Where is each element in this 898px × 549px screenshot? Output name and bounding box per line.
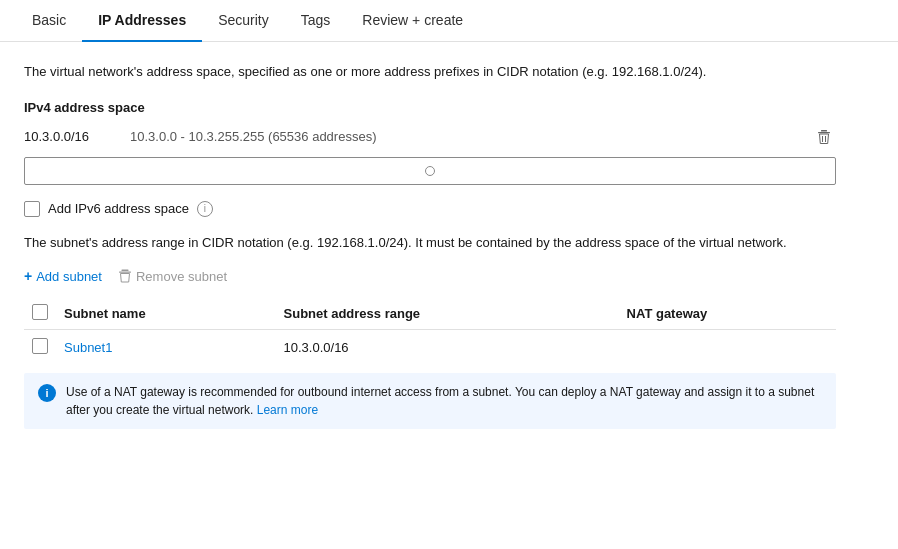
tab-basic[interactable]: Basic [16, 0, 82, 42]
tab-review-create[interactable]: Review + create [346, 0, 479, 42]
subnet-description: The subnet's address range in CIDR notat… [24, 233, 836, 253]
address-slider[interactable] [24, 157, 836, 185]
ipv4-section-title: IPv4 address space [24, 100, 836, 115]
col-subnet-name: Subnet name [56, 298, 276, 330]
address-value: 10.3.0.0/16 [24, 129, 114, 144]
delete-address-button[interactable] [812, 125, 836, 149]
table-header-checkbox[interactable] [32, 304, 48, 320]
ipv6-checkbox-row: Add IPv6 address space i [24, 201, 836, 217]
col-checkbox [24, 298, 56, 330]
info-text: Use of a NAT gateway is recommended for … [66, 385, 814, 417]
address-slider-container [24, 157, 836, 185]
tab-security[interactable]: Security [202, 0, 285, 42]
subnet-nat-gateway-cell [619, 330, 836, 366]
tab-tags[interactable]: Tags [285, 0, 347, 42]
row-checkbox-cell [24, 330, 56, 366]
col-nat-gateway: NAT gateway [619, 298, 836, 330]
add-subnet-button[interactable]: + Add subnet [24, 268, 102, 284]
address-row: 10.3.0.0/16 10.3.0.0 - 10.3.255.255 (655… [24, 125, 836, 149]
main-content: The virtual network's address space, spe… [0, 42, 860, 449]
tab-bar: Basic IP Addresses Security Tags Review … [0, 0, 898, 42]
learn-more-link[interactable]: Learn more [257, 403, 318, 417]
subnet-actions: + Add subnet Remove subnet [24, 268, 836, 284]
svg-rect-1 [818, 132, 830, 133]
table-header-row: Subnet name Subnet address range NAT gat… [24, 298, 836, 330]
tab-ip-addresses[interactable]: IP Addresses [82, 0, 202, 42]
subnet-name-cell[interactable]: Subnet1 [56, 330, 276, 366]
table-row: Subnet1 10.3.0.0/16 [24, 330, 836, 366]
col-subnet-address-range: Subnet address range [276, 298, 619, 330]
slider-thumb [425, 166, 435, 176]
info-circle-icon: i [38, 384, 56, 402]
ipv6-label: Add IPv6 address space [48, 201, 189, 216]
remove-subnet-icon [118, 269, 132, 283]
ipv6-checkbox[interactable] [24, 201, 40, 217]
add-subnet-label: Add subnet [36, 269, 102, 284]
address-range: 10.3.0.0 - 10.3.255.255 (65536 addresses… [130, 129, 796, 144]
remove-subnet-label: Remove subnet [136, 269, 227, 284]
address-space-description: The virtual network's address space, spe… [24, 62, 836, 82]
svg-rect-0 [821, 130, 827, 132]
subnet-table: Subnet name Subnet address range NAT gat… [24, 298, 836, 365]
row-checkbox[interactable] [32, 338, 48, 354]
svg-rect-4 [121, 270, 128, 272]
info-box-text: Use of a NAT gateway is recommended for … [66, 383, 822, 419]
subnet-address-range-cell: 10.3.0.0/16 [276, 330, 619, 366]
svg-rect-5 [119, 272, 131, 273]
plus-icon: + [24, 268, 32, 284]
info-box: i Use of a NAT gateway is recommended fo… [24, 373, 836, 429]
ipv6-info-icon[interactable]: i [197, 201, 213, 217]
remove-subnet-button[interactable]: Remove subnet [118, 269, 227, 284]
